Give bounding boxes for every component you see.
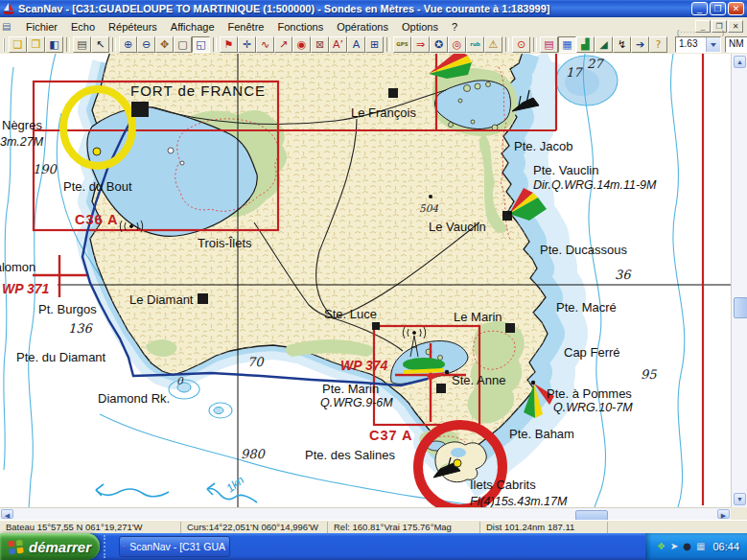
scroll-left-button[interactable]: ◀ <box>1 509 13 519</box>
mdi-close-button[interactable]: ✕ <box>728 20 743 33</box>
edit-text-button[interactable]: A’ <box>329 36 347 53</box>
group-objects-button[interactable]: ⊞ <box>365 36 384 53</box>
map-label: Ste. Luce <box>324 307 377 321</box>
tide-graph-button[interactable]: ▟ <box>576 36 595 53</box>
draw-area-icon: ◉ <box>297 37 307 52</box>
negres-light <box>93 148 101 155</box>
toolbar-separator <box>533 37 537 52</box>
taskbar: démarrer ScanNav - [C31 GUA ❖➤●▦ 06:44 <box>0 533 747 560</box>
edit-text-icon: A’ <box>333 37 343 52</box>
color-legend-button[interactable]: ▤ <box>540 36 558 53</box>
measure-button[interactable]: rub <box>466 36 484 53</box>
vertical-scroll-thumb[interactable] <box>734 297 747 318</box>
map-label: 17 <box>566 65 583 80</box>
chart-window-icon: ▤ <box>2 20 15 33</box>
save-button[interactable]: ◧ <box>45 36 63 53</box>
map-label: Fl(4)15s.43m.17M <box>470 495 568 507</box>
status-field-4: Dist 101.24nm 187.11 <box>480 522 608 533</box>
map-label: C36 A <box>75 212 119 227</box>
scroll-right-button[interactable]: ▶ <box>717 509 730 519</box>
pan-icon: ✥ <box>160 37 169 52</box>
add-text-button[interactable]: A <box>347 36 365 53</box>
map-label: 504 <box>419 202 438 214</box>
select-rectangle-button[interactable]: ▢ <box>174 36 192 53</box>
man-overboard-button[interactable]: ◎ <box>448 36 466 53</box>
next-waypoint-button[interactable]: ➔ <box>631 36 649 53</box>
map-label: WP 374 <box>340 358 387 373</box>
add-text-icon: A <box>353 37 361 52</box>
scale-dropdown-button[interactable] <box>706 37 720 52</box>
bearing-line-icon: ↗ <box>279 37 288 52</box>
map-label: WP 371 <box>2 281 49 296</box>
buoy-button[interactable]: ⚑ <box>220 36 238 53</box>
start-label: démarrer <box>29 539 91 555</box>
delete-object-button[interactable]: ⊠ <box>311 36 329 53</box>
display-icon[interactable]: ▦ <box>696 541 705 552</box>
move-object-icon: ✛ <box>243 37 251 52</box>
compass-button[interactable]: ✪ <box>430 36 448 53</box>
restore-button[interactable]: ❐ <box>710 2 726 15</box>
scrollbar-corner <box>731 507 747 520</box>
zoom-out-icon: ⊖ <box>142 37 151 52</box>
menu-fichier[interactable]: Fichier <box>19 19 64 35</box>
scroll-down-button[interactable]: ▼ <box>734 493 746 505</box>
open-portfolio-button[interactable]: ❒ <box>27 36 45 53</box>
marin-islet <box>438 356 443 361</box>
chart-view[interactable]: FORT de FRANCELe FrançoisNègres3m.27M190… <box>0 54 731 507</box>
map-label: Pte. Marin <box>322 382 379 396</box>
move-object-button[interactable]: ✛ <box>238 36 256 53</box>
map-label: Pte. Macré <box>556 300 617 315</box>
volume-icon[interactable]: ● <box>683 541 691 552</box>
map-label: 190 <box>33 162 58 176</box>
route-plot-icon: ↯ <box>618 37 626 52</box>
map-label: 36 <box>615 268 632 282</box>
print-button[interactable]: ▤ <box>73 36 91 53</box>
zoom-out-button[interactable]: ⊖ <box>137 36 155 53</box>
bay-islet <box>180 161 184 165</box>
menu-oprations[interactable]: Opérations <box>330 19 395 35</box>
chevron-down-icon <box>711 43 716 47</box>
menu-?[interactable]: ? <box>445 19 464 35</box>
pan-button[interactable]: ✥ <box>155 36 174 53</box>
rock-shoal <box>214 408 223 414</box>
scroll-up-button[interactable]: ▲ <box>734 56 746 68</box>
menu-options[interactable]: Options <box>395 19 445 35</box>
close-button[interactable]: ✕ <box>728 2 744 15</box>
start-button[interactable]: démarrer <box>0 533 100 560</box>
route-plot-button[interactable]: ↯ <box>613 36 631 53</box>
map-label: Ste. Anne <box>452 373 505 387</box>
nmea-button[interactable]: ⇒ <box>411 36 430 53</box>
gps-button[interactable]: GPS <box>393 36 411 53</box>
alarm-button[interactable]: ⚠ <box>484 36 502 53</box>
menu-echo[interactable]: Echo <box>64 19 102 35</box>
map-label: Le Diamant <box>129 292 194 307</box>
zoom-selection-button[interactable]: ◱ <box>192 36 210 53</box>
scale-info-button[interactable]: ? <box>649 36 667 53</box>
edit-route-button[interactable]: ∿ <box>256 36 274 53</box>
toolbar-separator <box>213 37 217 52</box>
depth-profile-button[interactable]: ◢ <box>595 36 613 53</box>
menu-affichage[interactable]: Affichage <box>164 19 222 35</box>
map-label: Trois-Îlets <box>198 236 252 250</box>
task-button-label: ScanNav - [C31 GUA <box>129 541 225 552</box>
vertical-scrollbar[interactable]: ▲ ▼ <box>731 54 747 507</box>
task-button-scannav[interactable]: ScanNav - [C31 GUA <box>119 536 230 557</box>
draw-area-button[interactable]: ◉ <box>292 36 311 53</box>
horizontal-scrollbar[interactable]: ◀ ▶ <box>0 507 731 521</box>
menu-fonctions[interactable]: Fonctions <box>270 19 330 35</box>
zoom-in-button[interactable]: ⊕ <box>119 36 137 53</box>
unit-combo[interactable]: NM <box>725 36 747 53</box>
lifebuoy-button[interactable]: ⊙ <box>512 36 530 53</box>
title-bar: ScanNav - [C31:GUADELOUPE TO MARTINIQUE … <box>0 0 747 17</box>
minimize-button[interactable]: _ <box>691 2 708 15</box>
menu-rpteurs[interactable]: Répéteurs <box>102 19 164 35</box>
open-chart-button[interactable]: ❑ <box>9 36 27 53</box>
pointer-icon[interactable]: ➤ <box>670 541 678 552</box>
bearing-line-button[interactable]: ↗ <box>274 36 292 53</box>
network-icon[interactable]: ❖ <box>657 541 665 552</box>
scale-combo[interactable]: 1.63 <box>675 36 721 53</box>
tide-graph-icon: ▟ <box>581 37 589 52</box>
image-view-button[interactable]: ▦ <box>558 36 576 53</box>
menu-fentre[interactable]: Fenêtre <box>222 19 271 35</box>
context-help-button[interactable]: ↖ <box>91 36 109 53</box>
